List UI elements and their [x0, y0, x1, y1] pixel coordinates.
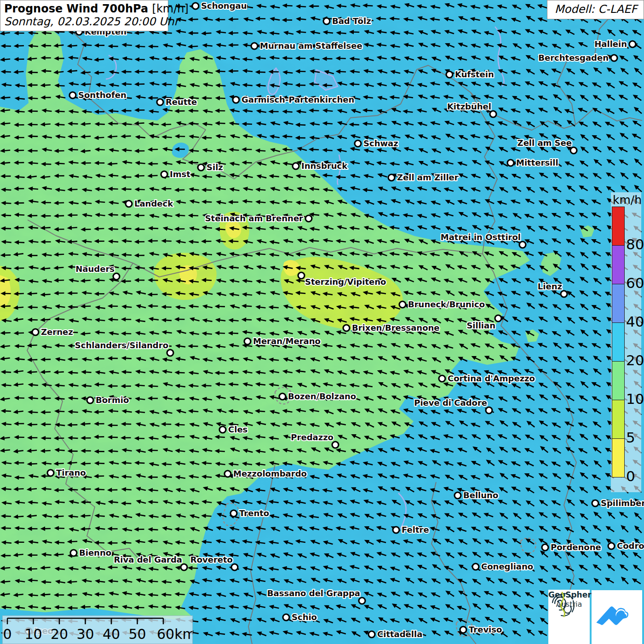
legend-tick-label: 5: [626, 431, 644, 445]
legend-tick-label: 0: [626, 469, 644, 483]
title-box: Prognose Wind 700hPa [km/h] Sonntag, 02.…: [0, 0, 168, 31]
city-label: Imst: [170, 169, 190, 179]
model-label: Modell: C-LAEF: [547, 0, 644, 19]
city-marker: Trento: [230, 508, 269, 518]
city-dot-icon: [519, 242, 526, 248]
legend-segment: [612, 245, 625, 284]
city-dot-icon: [224, 471, 231, 477]
city-dot-icon: [399, 301, 406, 308]
city-label: Bormio: [96, 395, 129, 405]
city-label: Treviso: [469, 625, 502, 634]
city-marker: Imst: [161, 169, 190, 179]
city-marker: Silz: [198, 162, 223, 172]
city-marker: Hallein: [594, 39, 636, 49]
city-dot-icon: [355, 140, 361, 147]
city-marker: Lienz: [538, 282, 567, 297]
city-dot-icon: [343, 325, 350, 331]
city-dot-icon: [439, 375, 445, 382]
city-dot-icon: [507, 160, 514, 166]
city-dot-icon: [293, 163, 299, 169]
city-label: Pieve di Cadore: [414, 398, 487, 408]
city-marker: Bad Tölz: [323, 16, 371, 26]
city-dot-icon: [283, 614, 289, 621]
city-label: Conegliano: [481, 562, 533, 571]
city-marker: Landeck: [126, 199, 173, 208]
city-label: Spilimbergo: [601, 498, 644, 508]
city-marker: Mittersill: [507, 158, 558, 167]
city-label: Sterzing/Vipiteno: [305, 277, 386, 287]
city-marker: Mezzolombardo: [224, 469, 307, 478]
city-marker: Bozen/Bolzano: [279, 391, 356, 401]
wind-speed-legend: km/h 806040201050: [611, 192, 641, 492]
city-dot-icon: [495, 315, 501, 322]
city-label: Reutte: [166, 97, 197, 107]
city-label: Bienno: [79, 548, 111, 558]
city-marker: Bruneck/Brunico: [399, 299, 485, 309]
city-marker: Reutte: [157, 97, 197, 107]
legend-tick-label: 40: [626, 315, 644, 329]
city-dot-icon: [388, 174, 395, 181]
city-marker: Matrei in Osttirol: [441, 232, 526, 248]
city-label: Landeck: [134, 199, 173, 208]
scalebar-label: 0: [3, 626, 12, 642]
city-label: Predazzo: [291, 432, 334, 442]
city-dot-icon: [629, 41, 636, 47]
city-label: Murnau am Staffelsee: [260, 41, 362, 51]
city-marker: Garmisch-Partenkirchen: [233, 95, 354, 104]
city-dot-icon: [87, 397, 93, 403]
city-label: Garmisch-Partenkirchen: [242, 95, 354, 104]
city-marker: Bienno: [70, 548, 111, 558]
city-marker: Nauders: [75, 264, 120, 280]
city-marker: Cles: [219, 425, 247, 434]
city-label: Kitzbühel: [447, 102, 491, 111]
city-marker: Berchtesgaden: [538, 53, 617, 63]
city-dot-icon: [192, 3, 199, 9]
city-label: Cles: [228, 425, 247, 434]
city-label: Lienz: [538, 282, 562, 291]
city-marker: Sillian: [466, 315, 501, 330]
city-marker: Tirano: [47, 468, 86, 477]
city-dot-icon: [181, 564, 187, 570]
city-marker: Steinach am Brenner: [205, 213, 312, 223]
scalebar-label: 60km: [157, 626, 192, 642]
city-dot-icon: [486, 407, 492, 414]
city-marker: Zernez: [32, 327, 73, 337]
city-dot-icon: [32, 329, 39, 335]
scalebar-label: 10: [24, 626, 42, 642]
city-label: Belluno: [463, 490, 498, 500]
city-marker: Predazzo: [291, 432, 339, 448]
city-dot-icon: [611, 55, 617, 61]
city-label: Bozen/Bolzano: [288, 391, 356, 401]
city-dot-icon: [279, 393, 286, 400]
legend-segment: [612, 322, 625, 362]
city-label: Zell am Ziller: [397, 172, 459, 182]
city-marker: Bassano del Grappa: [267, 588, 365, 604]
city-dot-icon: [608, 543, 615, 549]
weather-app-logo: [592, 590, 642, 644]
city-dot-icon: [230, 510, 237, 517]
city-dot-icon: [472, 564, 479, 570]
city-marker: Bormio: [87, 395, 129, 405]
city-label: Sillian: [466, 321, 495, 330]
city-dot-icon: [219, 426, 226, 433]
city-marker: Brixen/Bressanone: [343, 323, 440, 333]
legend-tick-label: 20: [626, 353, 644, 368]
city-label: Meran/Merano: [253, 336, 321, 346]
city-dot-icon: [231, 564, 238, 570]
city-dot-icon: [298, 272, 305, 279]
city-marker: Kitzbühel: [447, 102, 496, 117]
city-dot-icon: [393, 527, 399, 533]
city-dot-icon: [490, 111, 496, 117]
legend-segment: [612, 207, 625, 246]
city-marker: Pordenone: [542, 542, 601, 552]
scalebar-label: 40: [103, 626, 120, 642]
city-dot-icon: [570, 147, 577, 154]
city-label: Hallein: [594, 39, 627, 49]
city-marker: Schwaz: [355, 138, 398, 148]
city-label-layer: SchongauBad TölzMurnau am StaffelseeKemp…: [0, 0, 644, 644]
city-marker: Schio: [283, 612, 317, 622]
city-dot-icon: [70, 550, 77, 556]
city-dot-icon: [157, 99, 163, 105]
city-marker: Pieve di Cadore: [414, 398, 492, 414]
city-marker: Schlanders/Silandro: [75, 340, 173, 356]
